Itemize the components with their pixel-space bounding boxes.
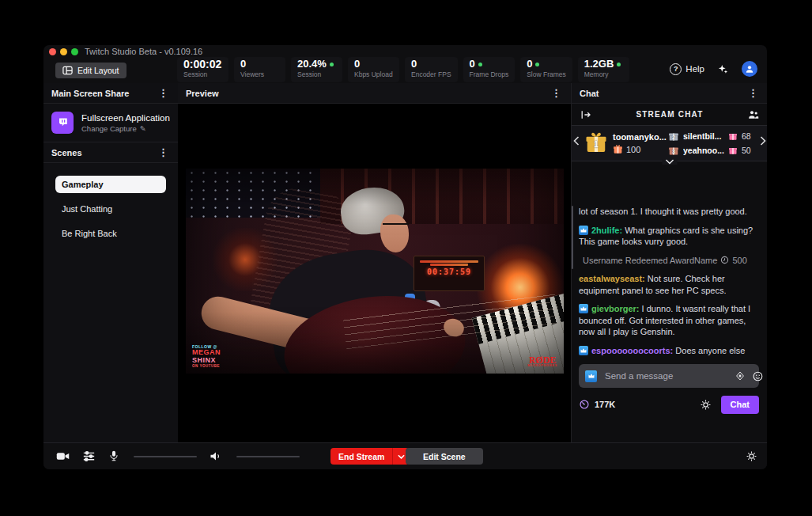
- kebab-menu-icon[interactable]: ⋮: [548, 88, 565, 99]
- end-stream-button[interactable]: End Stream: [330, 448, 409, 465]
- mixer-sliders-icon[interactable]: [82, 450, 96, 462]
- channel-points-count: 177K: [595, 400, 615, 409]
- gift-rank2-icon: 2: [668, 131, 679, 142]
- stream-chat-bar: STREAM CHAT: [572, 104, 767, 126]
- kebab-menu-icon[interactable]: ⋮: [155, 147, 172, 158]
- gift-rank1-icon: 1: [584, 131, 608, 154]
- speaker-icon[interactable]: [210, 450, 222, 462]
- change-capture-link[interactable]: Change Capture ✎: [81, 124, 170, 133]
- header-bar: Edit Layout 0:00:02 Session 0 Viewers 20…: [43, 57, 767, 84]
- leaderboard-first-name: toomanyko...: [613, 132, 667, 142]
- stat-encoder-fps: 0 Encoder FPS: [405, 57, 458, 82]
- scene-item-just-chatting[interactable]: Just Chatting: [55, 200, 166, 218]
- desktop: Twitch Studio Beta - v0.109.16 Edit Layo…: [0, 0, 812, 516]
- gift-icon: [728, 146, 738, 155]
- twitch-studio-window: Twitch Studio Beta - v0.109.16 Edit Layo…: [43, 45, 767, 469]
- stat-kbps-upload: 0 Kbps Upload: [348, 57, 399, 82]
- chat-username[interactable]: gievborger:: [591, 304, 640, 313]
- microphone-icon[interactable]: [108, 450, 119, 463]
- subscriber-badge-icon: [579, 304, 588, 313]
- capture-title: Fullscreen Application: [81, 113, 170, 123]
- status-dot: [535, 63, 539, 66]
- channel-points-icon: [579, 399, 590, 410]
- chevron-right-icon[interactable]: [760, 136, 766, 146]
- subscriber-badge-icon: [579, 226, 588, 235]
- chat-settings-gear-icon[interactable]: [700, 399, 712, 411]
- leaderboard-second-amount: 68: [742, 131, 751, 141]
- chat-message: 2hulife: What graphics card is she using…: [579, 225, 762, 248]
- user-avatar[interactable]: [742, 61, 757, 77]
- chat-send-button[interactable]: Chat: [721, 396, 759, 414]
- leaderboard-first-entry: 1 toomanyko... 100: [584, 131, 667, 154]
- stat-slow-frames: 0 Slow Frames: [520, 57, 572, 82]
- subscriber-badge-icon: [585, 370, 597, 382]
- collapse-chat-icon[interactable]: [580, 108, 592, 121]
- chevron-left-icon[interactable]: [573, 136, 580, 146]
- chat-message-input[interactable]: [603, 370, 728, 381]
- chat-username[interactable]: 2hulife:: [591, 226, 622, 235]
- audio-volume-slider[interactable]: [236, 456, 300, 457]
- chat-users-icon[interactable]: [747, 108, 760, 121]
- main-screen-share-title: Main Screen Share: [51, 89, 129, 98]
- chat-panel: Chat ⋮ STREAM CHAT: [571, 83, 767, 443]
- chat-panel-title: Chat: [580, 89, 599, 98]
- camera-icon[interactable]: [56, 450, 70, 462]
- video-follow-overlay: FOLLOW @ MEGAN SHINX ON YOUTUBE: [192, 345, 221, 369]
- minimize-window-button[interactable]: [60, 48, 67, 55]
- help-button[interactable]: ? Help: [670, 63, 704, 75]
- maximize-window-button[interactable]: [71, 48, 78, 55]
- channel-points-button[interactable]: 177K: [579, 399, 615, 410]
- kebab-menu-icon[interactable]: ⋮: [155, 88, 172, 99]
- pencil-icon: ✎: [140, 124, 146, 133]
- bits-icon[interactable]: [735, 370, 746, 381]
- video-brand-overlay: RØDE MICROPHONES: [528, 356, 557, 367]
- gift-icon: [613, 144, 623, 154]
- chevron-down-icon[interactable]: [663, 159, 678, 165]
- chat-message: eastalwayseast: Not sure. Check her equi…: [579, 273, 762, 296]
- chat-message-list: lot of season 1. I thought it was pretty…: [579, 206, 762, 356]
- edit-layout-button[interactable]: Edit Layout: [55, 63, 127, 78]
- capture-source-row[interactable]: Fullscreen Application Change Capture ✎: [43, 104, 178, 142]
- twitch-glitch-icon: [51, 112, 74, 134]
- preview-title: Preview: [186, 89, 219, 98]
- status-dot: [478, 63, 482, 66]
- video-vignette: [186, 169, 564, 374]
- edit-scene-button[interactable]: Edit Scene: [406, 448, 483, 465]
- chat-scrollbar-thumb[interactable]: [572, 206, 573, 269]
- gift-icon: [728, 131, 738, 141]
- question-icon: ?: [670, 63, 682, 75]
- leaderboard-first-amount: 100: [626, 145, 640, 154]
- subscriber-badge-icon: [579, 346, 588, 355]
- sparkle-icon[interactable]: [717, 63, 729, 75]
- status-dot: [617, 63, 621, 66]
- scene-item-be-right-back[interactable]: Be Right Back: [55, 225, 166, 242]
- person-icon: [744, 63, 755, 74]
- bottom-toolbar: End Stream Edit Scene: [43, 442, 767, 469]
- chat-input-container: [579, 364, 759, 388]
- emote-picker-icon[interactable]: [752, 370, 764, 382]
- stat-viewers: 0 Viewers: [234, 57, 285, 82]
- clock-icon: [720, 256, 729, 264]
- status-dot: [330, 63, 334, 66]
- left-sidebar: Main Screen Share ⋮ Fullscreen Applicati…: [43, 83, 179, 443]
- stat-memory: 1.2GB Memory: [578, 57, 629, 82]
- close-window-button[interactable]: [49, 48, 56, 55]
- settings-gear-icon[interactable]: [746, 450, 757, 462]
- scene-item-gameplay[interactable]: Gameplay: [55, 176, 166, 193]
- leaderboard-third-entry: 3 yeahnoo... 50: [668, 143, 757, 157]
- scenes-title: Scenes: [51, 148, 82, 157]
- chat-message: lot of season 1. I thought it was pretty…: [579, 206, 762, 218]
- stream-stats: 0:00:02 Session 0 Viewers 20.4% Session …: [177, 57, 629, 82]
- kebab-menu-icon[interactable]: ⋮: [745, 88, 761, 99]
- mic-volume-slider[interactable]: [134, 456, 197, 457]
- chat-username[interactable]: eastalwayseast:: [579, 274, 645, 283]
- chat-footer: 177K Chat: [579, 394, 759, 415]
- stream-video-preview[interactable]: 00:37:59 FOLLOW @ MEGAN SHINX ON YOUTUBE…: [186, 169, 564, 374]
- window-title: Twitch Studio Beta - v0.109.16: [85, 47, 202, 56]
- leaderboard-second-entry: 2 silentbil... 68: [668, 129, 757, 143]
- layout-icon: [62, 66, 73, 76]
- stat-session-pct: 20.4% Session: [291, 57, 342, 82]
- chat-username[interactable]: espooooooocoorts:: [591, 346, 673, 355]
- chat-message: espooooooocoorts: Does anyone else think…: [579, 345, 762, 357]
- reward-redemption-message: Username Redeemed AwardName 500: [579, 255, 762, 267]
